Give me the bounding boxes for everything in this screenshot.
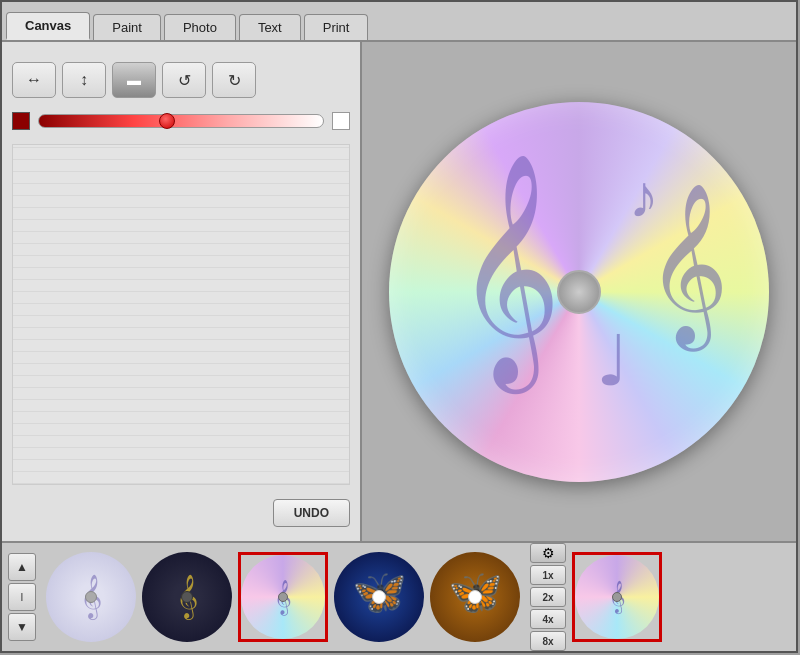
- thumb-2-hole: [181, 591, 193, 603]
- music-note-left: 𝄞: [455, 152, 561, 386]
- tab-canvas[interactable]: Canvas: [6, 12, 90, 40]
- slider-max-swatch: [332, 112, 350, 130]
- thumbnail-3-selected[interactable]: 𝄞: [238, 552, 328, 642]
- thumb-disc-light: 𝄞: [46, 552, 136, 642]
- music-note-small-1: ♪: [629, 162, 659, 231]
- multiplier-8x[interactable]: 8x: [530, 631, 566, 651]
- slider-thumb[interactable]: [159, 113, 175, 129]
- tab-photo[interactable]: Photo: [164, 14, 236, 40]
- canvas-work-area[interactable]: [12, 144, 350, 485]
- tab-bar: Canvas Paint Photo Text Print: [2, 2, 796, 42]
- thumb-4-hole: [372, 590, 386, 604]
- main-content: ↔ ↕ ▬ ↺ ↻ UNDO �: [2, 42, 796, 541]
- scroll-page-button[interactable]: I: [8, 583, 36, 611]
- main-cd-disc: 𝄞 𝄞 ♪ ♩: [389, 102, 769, 482]
- thumbnail-4[interactable]: 🦋: [334, 552, 424, 642]
- rotate-right-button[interactable]: ↻: [212, 62, 256, 98]
- thumbnail-5[interactable]: 🦋: [430, 552, 520, 642]
- tab-text[interactable]: Text: [239, 14, 301, 40]
- tab-paint[interactable]: Paint: [93, 14, 161, 40]
- thumb-disc-dark: 𝄞: [142, 552, 232, 642]
- undo-row: UNDO: [12, 495, 350, 531]
- rotate-left-button[interactable]: ↺: [162, 62, 206, 98]
- gear-button[interactable]: ⚙: [530, 543, 566, 563]
- bottom-thumbnail-strip: ▲ I ▼ 𝄞 𝄞 𝄞 �: [2, 541, 796, 651]
- thumb-3-hole: [278, 592, 288, 602]
- multiplier-controls: ⚙ 1x 2x 4x 8x: [530, 543, 566, 651]
- slider-min-swatch: [12, 112, 30, 130]
- thumb-disc-blue-butterfly: 🦋: [334, 552, 424, 642]
- multiplier-2x[interactable]: 2x: [530, 587, 566, 607]
- undo-button[interactable]: UNDO: [273, 499, 350, 527]
- music-note-small-2: ♩: [596, 320, 629, 402]
- resize-horizontal-button[interactable]: ↔: [12, 62, 56, 98]
- thumb-disc-rainbow-small: 𝄞: [575, 555, 659, 639]
- thumb-disc-rainbow: 𝄞: [241, 555, 325, 639]
- thumb-6-hole: [612, 592, 622, 602]
- scroll-controls: ▲ I ▼: [8, 553, 36, 641]
- left-panel: ↔ ↕ ▬ ↺ ↻ UNDO: [2, 42, 362, 541]
- thumb-1-hole: [85, 591, 97, 603]
- multiplier-1x[interactable]: 1x: [530, 565, 566, 585]
- thumbnail-1[interactable]: 𝄞: [46, 552, 136, 642]
- thumbnail-2[interactable]: 𝄞: [142, 552, 232, 642]
- color-slider[interactable]: [38, 114, 324, 128]
- thumb-5-hole: [468, 590, 482, 604]
- toolbar-row: ↔ ↕ ▬ ↺ ↻: [12, 62, 350, 98]
- thumbnail-6-selected[interactable]: 𝄞: [572, 552, 662, 642]
- slider-row: [12, 112, 350, 130]
- resize-vertical-button[interactable]: ↕: [62, 62, 106, 98]
- multiplier-4x[interactable]: 4x: [530, 609, 566, 629]
- color-fill-button[interactable]: ▬: [112, 62, 156, 98]
- tab-print[interactable]: Print: [304, 14, 369, 40]
- preview-canvas: 𝄞 𝄞 ♪ ♩: [362, 42, 796, 541]
- thumb-disc-gold-butterfly: 🦋: [430, 552, 520, 642]
- scroll-up-button[interactable]: ▲: [8, 553, 36, 581]
- scroll-down-button[interactable]: ▼: [8, 613, 36, 641]
